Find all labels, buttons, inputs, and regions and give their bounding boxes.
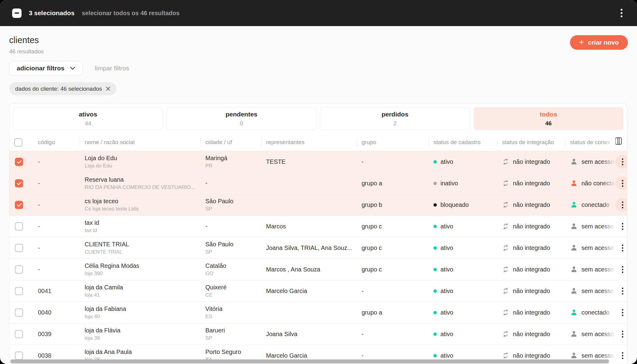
create-new-label: criar novo — [588, 39, 619, 46]
row-checkbox[interactable] — [15, 179, 23, 187]
sync-icon — [502, 244, 509, 251]
add-filters-button[interactable]: adicionar filtros — [9, 61, 83, 76]
row-checkbox[interactable] — [15, 308, 23, 317]
table-row[interactable]: - CLIENTE TRIAL CLIENTE TRIAL São Paulo … — [9, 237, 627, 259]
cell-status-integracao: não integrado — [497, 302, 565, 323]
cell-representantes — [261, 173, 357, 194]
cell-status-cadastro: ativo — [429, 237, 497, 259]
column-header-conexao[interactable]: status de conex — [565, 134, 615, 151]
filter-bar: adicionar filtros limpar filtros — [0, 55, 637, 76]
cell-status-cadastro: ativo — [429, 216, 497, 237]
column-header-integracao[interactable]: status de integração — [497, 134, 565, 151]
clear-filters-link[interactable]: limpar filtros — [95, 65, 129, 72]
row-checkbox[interactable] — [15, 158, 23, 166]
cell-codigo: - — [33, 194, 80, 216]
row-menu-kebab-icon[interactable] — [615, 262, 627, 276]
column-header-grupo[interactable]: grupo — [357, 134, 429, 151]
row-checkbox[interactable] — [15, 222, 23, 231]
cell-nome: loja da Fabiana loja 40 — [80, 302, 201, 323]
table-row[interactable]: - Loja do Edu Loja do Edu Maringá PR TES… — [9, 151, 627, 173]
add-filters-label: adicionar filtros — [17, 65, 65, 72]
cell-representantes: Marcos — [261, 216, 357, 237]
cell-status-integracao: não integrado — [497, 280, 565, 302]
cell-codigo: - — [33, 216, 80, 237]
cell-codigo: - — [33, 151, 80, 173]
cell-codigo: 0041 — [33, 280, 80, 302]
sync-icon — [502, 158, 509, 165]
status-dot-icon — [433, 246, 437, 250]
cell-status-integracao: não integrado — [497, 216, 565, 237]
status-dot-icon — [433, 311, 437, 314]
cell-codigo: 0040 — [33, 302, 80, 323]
row-menu-kebab-icon[interactable] — [615, 305, 627, 319]
table-row[interactable]: 0041 loja da Camila loja 41 Quixeré CE M… — [9, 280, 627, 302]
cell-status-conexao: sem acesso — [565, 216, 615, 237]
row-checkbox[interactable] — [15, 265, 23, 274]
row-menu-kebab-icon[interactable] — [615, 176, 627, 190]
cell-cidade: Quixeré CE — [201, 280, 261, 302]
row-menu-kebab-icon[interactable] — [615, 284, 627, 298]
chevron-down-icon — [70, 67, 75, 70]
filter-chip[interactable]: dados do cliente: 46 selecionados — [9, 82, 116, 95]
cell-nome: tax id tax id — [80, 216, 201, 237]
status-dot-icon — [433, 354, 437, 357]
column-header-codigo[interactable]: código — [33, 134, 80, 151]
cell-status-cadastro: ativo — [429, 302, 497, 323]
tab-perdidos[interactable]: perdidos2 — [320, 107, 470, 130]
tab-todos[interactable]: todos46 — [474, 107, 623, 130]
create-new-button[interactable]: + criar novo — [570, 35, 628, 50]
row-checkbox[interactable] — [15, 287, 23, 295]
column-header-cadastro[interactable]: status de cadastro — [429, 134, 497, 151]
table-body: - Loja do Edu Loja do Edu Maringá PR TES… — [9, 151, 627, 364]
sync-icon — [502, 287, 509, 295]
tab-ativos[interactable]: ativos44 — [13, 107, 163, 130]
cell-status-integracao: não integrado — [497, 151, 565, 173]
person-icon — [570, 287, 578, 295]
table-row[interactable]: - tax id tax id - Marcos grupo c ativo n… — [9, 216, 627, 237]
cell-representantes: Joana Silva — [261, 323, 357, 345]
row-checkbox[interactable] — [15, 244, 23, 252]
status-dot-icon — [433, 160, 437, 163]
cell-status-conexao: conectado — [565, 302, 615, 323]
clients-table: código nome / razão social cidade / uf r… — [9, 134, 627, 363]
cell-status-cadastro: ativo — [429, 280, 497, 302]
table-row[interactable]: - Célia Regina Modas loja 390 Catalão GO… — [9, 259, 627, 280]
cell-nome: Loja do Edu Loja do Edu — [80, 151, 201, 173]
select-all-checkbox[interactable] — [12, 8, 22, 18]
tab-pendentes[interactable]: pendentes0 — [167, 107, 316, 130]
row-checkbox[interactable] — [15, 330, 23, 338]
column-header-representantes[interactable]: representantes — [261, 134, 357, 151]
active-filters-row: dados do cliente: 46 selecionados — [0, 76, 637, 95]
person-icon — [570, 244, 578, 252]
select-all-results-link[interactable]: selecionar todos os 46 resultados — [82, 10, 180, 17]
row-menu-kebab-icon[interactable] — [615, 198, 627, 212]
filter-chip-label: dados do cliente: 46 selecionados — [15, 86, 102, 92]
cell-cidade: Barueri SP — [201, 323, 261, 345]
cell-cidade: São Paulo SP — [201, 194, 261, 216]
row-checkbox[interactable] — [15, 201, 23, 209]
cell-nome: Célia Regina Modas loja 390 — [80, 259, 201, 280]
sync-icon — [502, 309, 509, 316]
cell-codigo: - — [33, 173, 80, 194]
horizontal-scrollbar[interactable] — [10, 359, 609, 363]
table-row[interactable]: 0040 loja da Fabiana loja 40 Vitória ES … — [9, 302, 627, 323]
table-row[interactable]: - Reserva luana RIO DA PENHA COMERCIO DE… — [9, 173, 627, 194]
row-menu-kebab-icon[interactable] — [615, 219, 627, 233]
cell-status-conexao: sem acesso — [565, 237, 615, 259]
row-checkbox[interactable] — [15, 352, 23, 360]
row-menu-kebab-icon[interactable] — [615, 241, 627, 255]
selection-bar: 3 selecionados selecionar todos os 46 re… — [0, 0, 637, 26]
row-menu-kebab-icon[interactable] — [615, 349, 627, 362]
indeterminate-dash-icon — [15, 12, 19, 14]
person-icon — [570, 222, 578, 230]
table-row[interactable]: 0039 loja da Flávia loja 39 Barueri SP J… — [9, 323, 627, 345]
table-row[interactable]: - cs loja teceo Cs loja teceo teste Ltda… — [9, 194, 627, 216]
remove-filter-icon[interactable] — [106, 86, 110, 91]
row-menu-kebab-icon[interactable] — [615, 155, 627, 169]
header-checkbox[interactable] — [14, 138, 22, 147]
results-count: 46 resultados — [9, 48, 44, 55]
row-menu-kebab-icon[interactable] — [615, 327, 627, 341]
column-header-nome[interactable]: nome / razão social — [80, 134, 201, 151]
column-header-cidade[interactable]: cidade / uf — [201, 134, 261, 151]
selection-menu-kebab-icon[interactable] — [618, 6, 625, 20]
